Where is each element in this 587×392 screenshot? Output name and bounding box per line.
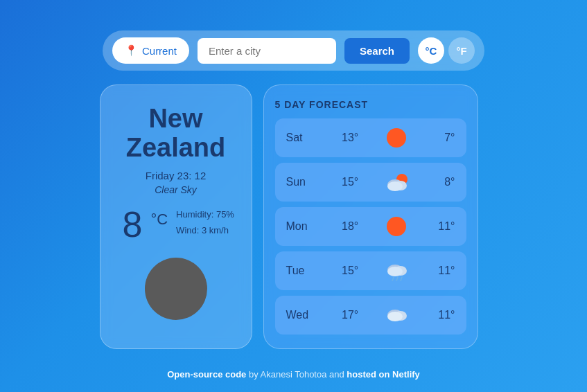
main-content: New Zealand Friday 23: 12 Clear Sky 8 °C… [100,84,488,349]
forecast-day-sun: Sun [286,176,317,188]
svg-line-9 [401,277,402,281]
footer-by: by Akanesi Tohotoa and [246,369,347,380]
weather-description: Clear Sky [155,184,197,195]
forecast-high-tue: 15° [335,265,365,277]
svg-point-6 [387,267,403,276]
footer-open-source: Open-source code [167,369,246,380]
forecast-low-sat: 7° [427,132,455,144]
svg-line-7 [392,277,394,281]
forecast-row-sun: Sun 15° 8° [275,163,466,202]
forecast-icon-sat [384,125,409,150]
forecast-low-tue: 11° [427,265,455,277]
unit-toggle: °C °F [418,37,475,64]
search-button[interactable]: Search [344,38,410,64]
forecast-high-wed: 17° [335,309,365,321]
forecast-day-mon: Mon [286,220,317,233]
forecast-row-wed: Wed 17° 11° [275,296,466,335]
weather-stats: Humidity: 75% Wind: 3 km/h [176,206,234,239]
forecast-high-sun: 15° [335,176,365,188]
current-location-button[interactable]: 📍 Current [112,37,189,64]
forecast-day-wed: Wed [286,309,317,321]
svg-line-8 [396,277,398,281]
temperature-row: 8 °C Humidity: 75% Wind: 3 km/h [117,206,235,242]
forecast-panel: 5 DAY FORECAST Sat 13° 7° Sun 15° [263,84,478,349]
forecast-high-mon: 18° [335,220,365,233]
fahrenheit-button[interactable]: °F [448,37,475,64]
forecast-low-sun: 8° [427,176,455,188]
current-temperature: 8 [123,206,143,242]
forecast-title: 5 DAY FORECAST [275,99,466,110]
forecast-day-sat: Sat [286,132,317,144]
forecast-high-sat: 13° [335,132,365,144]
forecast-day-tue: Tue [286,265,317,277]
current-weather-card: New Zealand Friday 23: 12 Clear Sky 8 °C… [100,84,252,349]
forecast-row-mon: Mon 18° 11° [275,207,466,246]
humidity-value: Humidity: 75% [176,206,234,222]
location-pin-icon: 📍 [125,44,138,57]
forecast-icon-mon [384,214,409,239]
wind-value: Wind: 3 km/h [176,222,234,238]
forecast-low-wed: 11° [427,309,455,321]
svg-point-3 [387,181,403,191]
forecast-list: Sat 13° 7° Sun 15° [275,118,466,335]
svg-point-12 [387,312,403,321]
forecast-low-mon: 11° [427,220,455,233]
current-weather-icon [145,258,207,320]
search-input[interactable] [198,38,336,64]
current-button-label: Current [142,45,177,57]
forecast-icon-tue [384,258,409,283]
forecast-icon-sun [384,170,409,195]
celsius-button[interactable]: °C [418,37,444,64]
temperature-unit: °C [150,211,168,229]
forecast-row-sat: Sat 13° 7° [275,118,466,157]
forecast-icon-wed [384,303,409,328]
forecast-row-tue: Tue 15° 11° [275,251,466,290]
city-name: New Zealand [117,105,235,163]
search-bar: 📍 Current Search °C °F [103,30,484,71]
footer-hosted: hosted on Netlify [347,369,419,380]
footer: Open-source code by Akanesi Tohotoa and … [167,369,420,380]
date-time: Friday 23: 12 [146,170,207,181]
